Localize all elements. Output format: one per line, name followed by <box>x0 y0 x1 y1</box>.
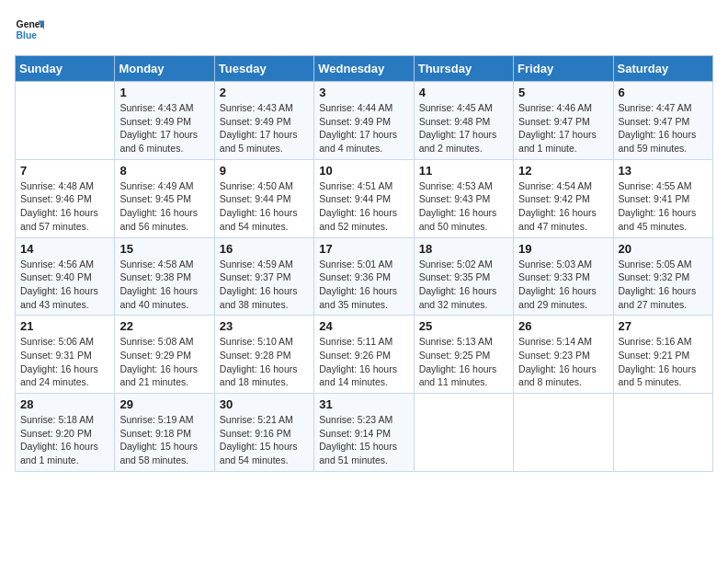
calendar-cell: 17Sunrise: 5:01 AMSunset: 9:36 PMDayligh… <box>314 237 414 316</box>
calendar-cell <box>613 394 712 472</box>
calendar-cell: 26Sunrise: 5:14 AMSunset: 9:23 PMDayligh… <box>514 316 613 394</box>
weekday-header-friday: Friday <box>514 56 613 82</box>
day-info: Sunrise: 4:45 AMSunset: 9:48 PMDaylight:… <box>419 101 508 155</box>
calendar-cell: 30Sunrise: 5:21 AMSunset: 9:16 PMDayligh… <box>214 394 313 472</box>
calendar-cell: 12Sunrise: 4:54 AMSunset: 9:42 PMDayligh… <box>514 159 613 237</box>
day-info: Sunrise: 4:51 AMSunset: 9:44 PMDaylight:… <box>319 179 408 234</box>
day-number: 31 <box>319 397 408 411</box>
day-number: 21 <box>20 319 109 333</box>
day-info: Sunrise: 4:44 AMSunset: 9:49 PMDaylight:… <box>319 101 408 155</box>
day-number: 26 <box>518 319 608 333</box>
day-info: Sunrise: 5:14 AMSunset: 9:23 PMDaylight:… <box>518 335 608 389</box>
day-number: 8 <box>119 164 209 178</box>
calendar-cell: 6Sunrise: 4:47 AMSunset: 9:47 PMDaylight… <box>613 82 712 160</box>
calendar-cell: 10Sunrise: 4:51 AMSunset: 9:44 PMDayligh… <box>314 159 414 237</box>
day-info: Sunrise: 5:19 AMSunset: 9:18 PMDaylight:… <box>119 413 209 467</box>
day-number: 7 <box>20 164 109 178</box>
day-info: Sunrise: 4:59 AMSunset: 9:37 PMDaylight:… <box>220 258 309 312</box>
day-number: 6 <box>619 86 708 99</box>
calendar-cell: 22Sunrise: 5:08 AMSunset: 9:29 PMDayligh… <box>115 316 214 394</box>
calendar-cell: 27Sunrise: 5:16 AMSunset: 9:21 PMDayligh… <box>613 316 712 394</box>
day-number: 10 <box>319 164 408 178</box>
day-number: 19 <box>518 242 608 256</box>
day-number: 13 <box>619 164 708 178</box>
day-info: Sunrise: 4:46 AMSunset: 9:47 PMDaylight:… <box>518 101 608 155</box>
weekday-header-thursday: Thursday <box>414 56 513 82</box>
day-info: Sunrise: 4:50 AMSunset: 9:44 PMDaylight:… <box>220 179 309 234</box>
calendar-cell <box>514 394 613 472</box>
day-info: Sunrise: 5:21 AMSunset: 9:16 PMDaylight:… <box>220 413 309 467</box>
day-number: 20 <box>619 242 708 256</box>
day-number: 14 <box>20 242 109 256</box>
day-info: Sunrise: 4:43 AMSunset: 9:49 PMDaylight:… <box>220 101 309 155</box>
header: General Blue <box>15 15 713 44</box>
day-number: 2 <box>220 86 309 99</box>
day-info: Sunrise: 5:11 AMSunset: 9:26 PMDaylight:… <box>319 335 408 389</box>
day-number: 29 <box>119 397 209 411</box>
day-info: Sunrise: 4:55 AMSunset: 9:41 PMDaylight:… <box>619 179 708 234</box>
calendar-cell: 3Sunrise: 4:44 AMSunset: 9:49 PMDaylight… <box>314 82 414 160</box>
day-number: 27 <box>619 319 708 333</box>
day-number: 11 <box>419 164 508 178</box>
calendar-cell <box>414 394 513 472</box>
calendar-cell: 25Sunrise: 5:13 AMSunset: 9:25 PMDayligh… <box>414 316 513 394</box>
calendar-cell: 13Sunrise: 4:55 AMSunset: 9:41 PMDayligh… <box>613 159 712 237</box>
day-number: 17 <box>319 242 408 256</box>
day-info: Sunrise: 5:01 AMSunset: 9:36 PMDaylight:… <box>319 258 408 312</box>
day-number: 28 <box>20 397 109 411</box>
calendar-cell: 18Sunrise: 5:02 AMSunset: 9:35 PMDayligh… <box>414 237 513 316</box>
calendar-cell: 4Sunrise: 4:45 AMSunset: 9:48 PMDaylight… <box>414 82 513 160</box>
day-number: 12 <box>518 164 608 178</box>
calendar-cell: 7Sunrise: 4:48 AMSunset: 9:46 PMDaylight… <box>16 159 115 237</box>
day-info: Sunrise: 5:23 AMSunset: 9:14 PMDaylight:… <box>319 413 408 467</box>
calendar-cell: 2Sunrise: 4:43 AMSunset: 9:49 PMDaylight… <box>214 82 313 160</box>
logo-icon: General Blue <box>15 15 44 44</box>
day-number: 25 <box>419 319 508 333</box>
day-number: 18 <box>419 242 508 256</box>
svg-text:Blue: Blue <box>17 30 38 40</box>
weekday-header-sunday: Sunday <box>16 56 115 82</box>
calendar-cell: 21Sunrise: 5:06 AMSunset: 9:31 PMDayligh… <box>16 316 115 394</box>
day-number: 4 <box>419 86 508 99</box>
day-info: Sunrise: 5:03 AMSunset: 9:33 PMDaylight:… <box>518 258 608 312</box>
day-number: 5 <box>518 86 608 99</box>
day-info: Sunrise: 4:43 AMSunset: 9:49 PMDaylight:… <box>119 101 209 155</box>
day-info: Sunrise: 4:53 AMSunset: 9:43 PMDaylight:… <box>419 179 508 234</box>
day-info: Sunrise: 5:06 AMSunset: 9:31 PMDaylight:… <box>20 335 109 389</box>
calendar-cell: 24Sunrise: 5:11 AMSunset: 9:26 PMDayligh… <box>314 316 414 394</box>
calendar-cell: 5Sunrise: 4:46 AMSunset: 9:47 PMDaylight… <box>514 82 613 160</box>
calendar-cell: 31Sunrise: 5:23 AMSunset: 9:14 PMDayligh… <box>314 394 414 472</box>
day-number: 24 <box>319 319 408 333</box>
calendar-cell: 1Sunrise: 4:43 AMSunset: 9:49 PMDaylight… <box>115 82 214 160</box>
day-number: 15 <box>119 242 209 256</box>
weekday-header-wednesday: Wednesday <box>314 56 414 82</box>
calendar-cell: 23Sunrise: 5:10 AMSunset: 9:28 PMDayligh… <box>214 316 313 394</box>
day-number: 22 <box>119 319 209 333</box>
day-info: Sunrise: 4:47 AMSunset: 9:47 PMDaylight:… <box>619 101 708 155</box>
day-info: Sunrise: 4:56 AMSunset: 9:40 PMDaylight:… <box>20 258 109 312</box>
day-number: 16 <box>220 242 309 256</box>
day-number: 9 <box>220 164 309 178</box>
day-info: Sunrise: 5:05 AMSunset: 9:32 PMDaylight:… <box>619 258 708 312</box>
day-info: Sunrise: 5:18 AMSunset: 9:20 PMDaylight:… <box>20 413 109 467</box>
day-info: Sunrise: 4:49 AMSunset: 9:45 PMDaylight:… <box>119 179 209 234</box>
calendar-cell: 11Sunrise: 4:53 AMSunset: 9:43 PMDayligh… <box>414 159 513 237</box>
day-info: Sunrise: 4:48 AMSunset: 9:46 PMDaylight:… <box>20 179 109 234</box>
calendar-cell: 16Sunrise: 4:59 AMSunset: 9:37 PMDayligh… <box>214 237 313 316</box>
calendar-cell: 8Sunrise: 4:49 AMSunset: 9:45 PMDaylight… <box>115 159 214 237</box>
calendar-cell: 29Sunrise: 5:19 AMSunset: 9:18 PMDayligh… <box>115 394 214 472</box>
weekday-header-tuesday: Tuesday <box>214 56 313 82</box>
weekday-header-saturday: Saturday <box>613 56 712 82</box>
day-info: Sunrise: 5:08 AMSunset: 9:29 PMDaylight:… <box>119 335 209 389</box>
calendar-cell: 28Sunrise: 5:18 AMSunset: 9:20 PMDayligh… <box>16 394 115 472</box>
day-info: Sunrise: 5:16 AMSunset: 9:21 PMDaylight:… <box>619 335 708 389</box>
calendar-cell <box>16 82 115 160</box>
calendar-cell: 14Sunrise: 4:56 AMSunset: 9:40 PMDayligh… <box>16 237 115 316</box>
calendar-cell: 19Sunrise: 5:03 AMSunset: 9:33 PMDayligh… <box>514 237 613 316</box>
day-number: 23 <box>220 319 309 333</box>
day-info: Sunrise: 5:02 AMSunset: 9:35 PMDaylight:… <box>419 258 508 312</box>
day-number: 1 <box>119 86 209 99</box>
day-number: 3 <box>319 86 408 99</box>
day-info: Sunrise: 4:54 AMSunset: 9:42 PMDaylight:… <box>518 179 608 234</box>
day-info: Sunrise: 5:13 AMSunset: 9:25 PMDaylight:… <box>419 335 508 389</box>
